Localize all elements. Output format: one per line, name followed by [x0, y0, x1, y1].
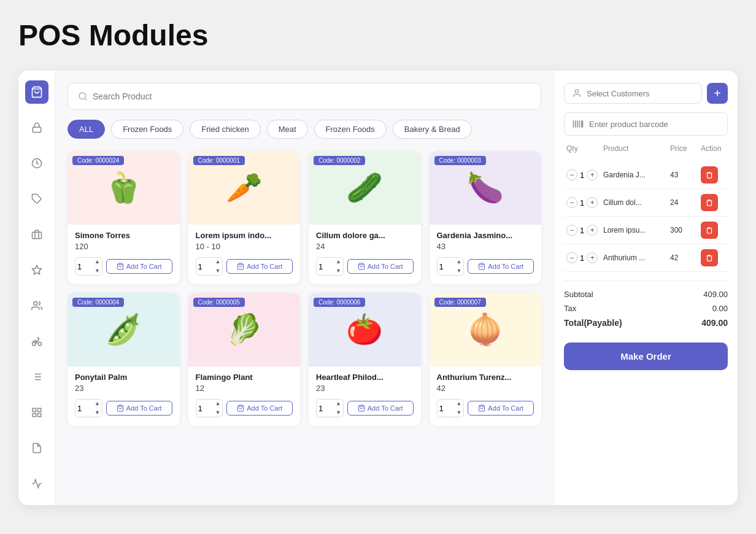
filter-btn-all[interactable]: ALL: [68, 120, 105, 139]
qty-up-arrow[interactable]: ▲: [214, 257, 223, 266]
quantity-input-wrap: ▲ ▼: [75, 399, 102, 417]
main-content: ALLFrozen FoodsFried chickenMeatFrozen F…: [55, 71, 554, 505]
product-code-badge: Code: 0000024: [72, 156, 124, 165]
add-customer-button[interactable]: +: [707, 83, 728, 104]
quantity-input[interactable]: [317, 262, 334, 271]
add-to-cart-button[interactable]: Add To Cart: [226, 259, 293, 274]
order-qty-decrease[interactable]: −: [566, 169, 577, 180]
order-row: − 1 + Anthurium ... 42: [564, 244, 728, 272]
search-input[interactable]: [93, 91, 531, 101]
qty-down-arrow[interactable]: ▼: [455, 266, 464, 276]
sidebar-item-users[interactable]: [25, 294, 48, 317]
qty-up-arrow[interactable]: ▲: [93, 257, 102, 266]
add-to-cart-button[interactable]: Add To Cart: [106, 401, 172, 416]
qty-down-arrow[interactable]: ▼: [93, 266, 102, 276]
sidebar-item-bike[interactable]: [25, 330, 48, 353]
order-qty-decrease[interactable]: −: [566, 197, 577, 208]
add-to-cart-button[interactable]: Add To Cart: [468, 259, 534, 274]
svg-line-20: [85, 98, 87, 100]
product-actions: ▲ ▼ Add To Cart: [68, 399, 180, 417]
sidebar-item-lock[interactable]: [25, 116, 48, 139]
product-info: Gardenia Jasmino... 43: [430, 225, 542, 251]
product-card: Code: 0000002 🥒 Cillum dolore ga... 24 ▲…: [309, 151, 421, 284]
sidebar-item-briefcase[interactable]: [25, 223, 48, 246]
sidebar-item-settings[interactable]: [25, 472, 48, 495]
quantity-input[interactable]: [196, 404, 214, 413]
make-order-button[interactable]: Make Order: [564, 342, 728, 370]
sidebar-item-tag[interactable]: [25, 187, 48, 211]
add-to-cart-button[interactable]: Add To Cart: [226, 401, 293, 416]
product-code-badge: Code: 0000003: [434, 156, 486, 165]
barcode-input-row: [564, 112, 728, 136]
qty-down-arrow[interactable]: ▼: [334, 408, 343, 417]
filter-btn-frozen-foods-2[interactable]: Frozen Foods: [314, 120, 387, 139]
order-qty-controls: − 1 +: [566, 225, 603, 236]
customer-select-row: +: [564, 83, 728, 104]
order-qty-value: 1: [580, 171, 584, 180]
quantity-arrows: ▲ ▼: [214, 399, 223, 417]
product-image-area: Code: 0000024 🫑: [68, 151, 180, 225]
qty-down-arrow[interactable]: ▼: [455, 408, 464, 417]
order-row: − 1 + Gardenia J... 43: [564, 161, 728, 189]
qty-up-arrow[interactable]: ▲: [93, 399, 102, 408]
add-to-cart-button[interactable]: Add To Cart: [468, 401, 534, 416]
qty-down-arrow[interactable]: ▼: [214, 266, 223, 276]
svg-rect-16: [37, 408, 40, 411]
qty-up-arrow[interactable]: ▲: [334, 257, 343, 266]
sidebar-item-star[interactable]: [25, 258, 48, 282]
quantity-input[interactable]: [438, 262, 455, 271]
qty-down-arrow[interactable]: ▼: [93, 408, 102, 417]
sidebar-item-file[interactable]: [25, 436, 48, 460]
order-qty-decrease[interactable]: −: [566, 252, 577, 263]
qty-up-arrow[interactable]: ▲: [214, 399, 223, 408]
qty-down-arrow[interactable]: ▼: [214, 408, 223, 417]
totals-section: Subtotal 409.00 Tax 0.00 Total(Payable) …: [564, 281, 728, 330]
order-qty-increase[interactable]: +: [587, 252, 598, 263]
order-qty-decrease[interactable]: −: [566, 225, 577, 236]
quantity-arrows: ▲ ▼: [334, 257, 343, 276]
qty-up-arrow[interactable]: ▲: [334, 399, 343, 408]
product-image-area: Code: 0000005 🥬: [188, 293, 301, 366]
svg-point-7: [32, 342, 35, 346]
filter-btn-bakery-bread[interactable]: Bakery & Bread: [393, 120, 472, 139]
sidebar-item-clock[interactable]: [25, 152, 48, 175]
filter-btn-meat[interactable]: Meat: [267, 120, 308, 139]
quantity-input[interactable]: [196, 262, 214, 271]
quantity-input[interactable]: [75, 262, 93, 271]
filter-btn-frozen-foods-1[interactable]: Frozen Foods: [111, 120, 183, 139]
quantity-input[interactable]: [75, 404, 93, 413]
order-qty-increase[interactable]: +: [587, 169, 598, 180]
add-to-cart-button[interactable]: Add To Cart: [106, 259, 172, 274]
qty-up-arrow[interactable]: ▲: [455, 257, 464, 266]
barcode-input[interactable]: [589, 120, 720, 129]
delete-order-item-button[interactable]: [701, 222, 718, 239]
sidebar-item-cart[interactable]: [25, 80, 48, 104]
delete-order-item-button[interactable]: [701, 166, 718, 184]
add-to-cart-button[interactable]: Add To Cart: [347, 401, 414, 416]
delete-order-item-button[interactable]: [701, 249, 718, 266]
qty-down-arrow[interactable]: ▼: [334, 266, 343, 276]
product-price: 10 - 10: [196, 242, 293, 251]
order-qty-controls: − 1 +: [566, 252, 603, 263]
quantity-arrows: ▲ ▼: [93, 399, 102, 417]
order-price: 24: [670, 198, 701, 207]
qty-up-arrow[interactable]: ▲: [455, 399, 464, 408]
search-bar: [68, 83, 541, 110]
add-to-cart-button[interactable]: Add To Cart: [347, 259, 414, 274]
total-row: Total(Payable) 409.00: [564, 315, 728, 330]
subtotal-row: Subtotal 409.00: [564, 287, 728, 301]
order-row: − 1 + Cillum dol... 24: [564, 189, 728, 217]
sidebar-item-grid[interactable]: [25, 401, 48, 424]
quantity-input[interactable]: [438, 404, 455, 413]
sidebar-item-list[interactable]: [25, 365, 48, 389]
svg-rect-17: [37, 414, 40, 417]
filter-btn-fried-chicken[interactable]: Fried chicken: [190, 120, 260, 139]
customer-icon: [572, 88, 582, 98]
delete-order-item-button[interactable]: [701, 194, 718, 211]
product-card: Code: 0000005 🥬 Flamingo Plant 12 ▲ ▼: [188, 293, 301, 426]
order-qty-increase[interactable]: +: [587, 225, 598, 236]
order-qty-increase[interactable]: +: [587, 197, 598, 208]
customer-select[interactable]: [587, 89, 694, 98]
product-grid: Code: 0000024 🫑 Simone Torres 120 ▲ ▼: [68, 151, 541, 426]
quantity-input[interactable]: [317, 404, 334, 413]
